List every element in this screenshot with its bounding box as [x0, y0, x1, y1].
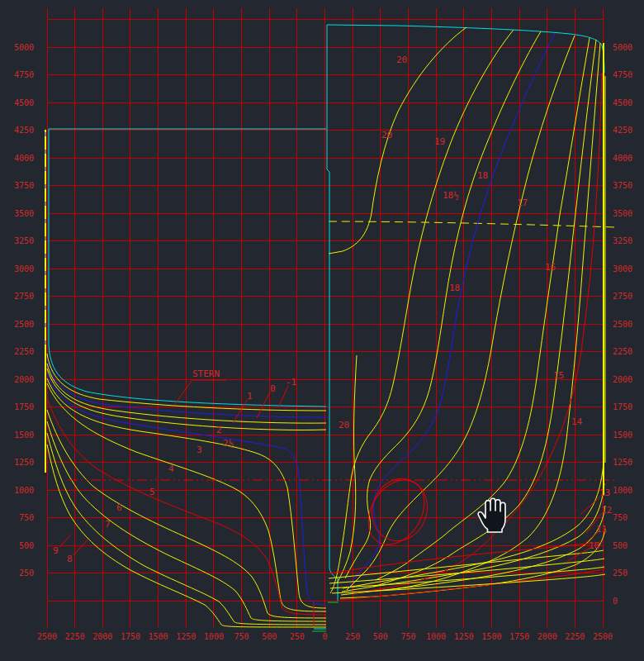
station-2half[interactable]: [47, 373, 326, 605]
bottom-axis-tick: 0: [322, 632, 327, 641]
right-axis-tick: 4000: [613, 154, 632, 163]
station-label[interactable]: 2½: [223, 438, 234, 449]
bottom-axis-tick: 500: [262, 632, 277, 641]
bottom-axis-tick: 750: [234, 632, 249, 641]
station-label[interactable]: 0: [270, 383, 276, 394]
right-axis-tick: 2500: [613, 320, 632, 329]
bottom-axis-tick: 2500: [37, 632, 57, 641]
station-label[interactable]: 3: [197, 445, 202, 455]
station-label[interactable]: 20: [339, 420, 349, 430]
station-label[interactable]: 6: [116, 502, 122, 513]
left-axis-tick: 1500: [14, 430, 34, 440]
left-axis-tick: 3250: [14, 236, 34, 245]
bottom-axis-tick: 2500: [593, 632, 613, 641]
right-axis-tick: 250: [613, 568, 627, 578]
station-label[interactable]: 18: [477, 170, 488, 181]
right-axis-tick: 1500: [613, 430, 632, 440]
station-label[interactable]: 17: [517, 197, 528, 208]
bottom-axis-tick: 250: [290, 632, 305, 641]
dwl-dashed-yellow[interactable]: [329, 221, 615, 227]
hull-curves: [45, 25, 618, 631]
bulb-section-red-2[interactable]: [364, 472, 435, 549]
station-label[interactable]: 8: [67, 554, 73, 564]
bottom-axis-tick: 1000: [204, 632, 224, 641]
station-7[interactable]: [47, 421, 326, 621]
station-label[interactable]: 10: [589, 540, 599, 551]
bottom-axis-tick: 500: [373, 632, 388, 641]
left-axis-tick: 3500: [14, 209, 34, 218]
station-label[interactable]: 18: [449, 283, 460, 293]
station-label[interactable]: 20: [381, 130, 392, 140]
station-20-lower[interactable]: [337, 355, 357, 583]
station-label[interactable]: 20: [396, 55, 407, 65]
station-9[interactable]: [47, 445, 326, 627]
left-axis-tick: 4500: [14, 98, 34, 107]
fore-keel-line-y1[interactable]: [329, 550, 604, 578]
left-axis-tick: 5000: [14, 43, 34, 52]
station-2[interactable]: [47, 369, 326, 430]
station-4[interactable]: [47, 383, 326, 611]
right-axis-tick: 4250: [613, 126, 632, 135]
left-axis-tick: 1750: [14, 402, 34, 411]
bottom-axis-tick: 750: [400, 632, 415, 641]
bottom-axis-tick: 1750: [509, 632, 529, 641]
left-axis-tick: 2750: [14, 292, 34, 301]
station-label[interactable]: 7: [105, 519, 111, 530]
grid: [47, 8, 604, 628]
station-label[interactable]: 9: [53, 545, 59, 556]
stem-contour-cyan[interactable]: [327, 25, 338, 601]
station-6[interactable]: [47, 410, 326, 618]
leader-10[interactable]: [566, 548, 590, 562]
station-label[interactable]: 18½: [443, 190, 459, 201]
station-5-red[interactable]: [47, 398, 326, 615]
station-label[interactable]: 2: [216, 425, 222, 435]
left-axis-tick: 2250: [14, 347, 34, 356]
left-axis-tick: 2000: [14, 375, 34, 384]
station-label[interactable]: 12: [601, 505, 612, 516]
station-label[interactable]: -1: [286, 377, 296, 388]
right-axis-tick: 4750: [613, 70, 632, 79]
station-label[interactable]: 1: [247, 391, 253, 402]
right-axis-tick: 3750: [613, 181, 632, 190]
right-axis-tick: 2000: [613, 375, 632, 384]
station-label[interactable]: 16: [545, 262, 556, 273]
station-label[interactable]: STERN: [192, 369, 220, 379]
right-axis-tick: 4500: [613, 98, 632, 107]
leader-minus1[interactable]: [279, 386, 288, 406]
left-axis-tick: 4250: [14, 126, 34, 135]
station-label[interactable]: 14: [571, 416, 583, 427]
leader-1[interactable]: [233, 399, 248, 423]
right-axis-tick: 3500: [613, 209, 632, 218]
bottom-axis-tick: 250: [345, 632, 360, 641]
stem-profile-red[interactable]: [353, 73, 602, 593]
bottom-axis-tick: 2000: [537, 632, 557, 641]
left-axis-tick: 750: [19, 513, 34, 522]
hand-cursor-glyph: [478, 498, 505, 532]
station-label[interactable]: 15: [553, 370, 564, 381]
leader-8[interactable]: [73, 538, 89, 555]
cad-viewport[interactable]: 5000475045004250400037503500325030002750…: [0, 0, 644, 661]
right-axis-tick: 1000: [613, 486, 632, 495]
right-axis-tick: 1250: [613, 458, 632, 467]
aft-side-vertical-cyan[interactable]: [49, 129, 326, 407]
station-3[interactable]: [47, 378, 326, 608]
bottom-axis-tick: 1750: [121, 632, 140, 641]
station-label[interactable]: 11: [596, 524, 607, 535]
station-label[interactable]: 19: [434, 136, 445, 147]
stern-leader[interactable]: [175, 381, 192, 404]
left-axis-tick: 500: [19, 541, 34, 550]
bottom-axis-tick: 1000: [426, 632, 446, 641]
right-axis-tick: 3250: [613, 236, 632, 245]
station-label[interactable]: 4: [168, 464, 174, 474]
station-16[interactable]: [376, 38, 590, 580]
bottom-axis-tick: 2250: [65, 632, 85, 641]
bottom-axis-tick: 1250: [454, 632, 474, 641]
cad-viewport-container: 5000475045004250400037503500325030002750…: [0, 0, 644, 661]
bottom-axis-tick: 1250: [176, 632, 196, 641]
left-axis-tick: 4000: [14, 154, 34, 163]
station-label[interactable]: 13: [599, 487, 610, 498]
left-axis-tick: 3750: [14, 181, 34, 190]
right-axis-tick: 2750: [613, 292, 632, 301]
right-axis-tick: 5000: [613, 43, 632, 52]
station-label[interactable]: 5: [149, 487, 155, 497]
